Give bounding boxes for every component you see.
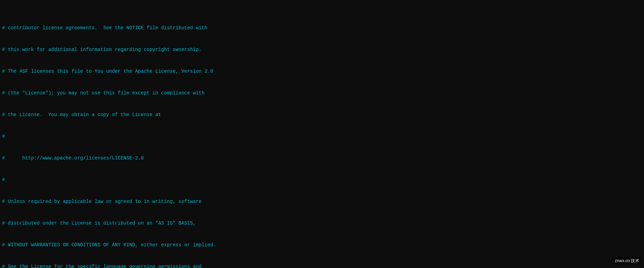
line-12: # See the License for the specific langu… — [2, 263, 642, 268]
comment-line-1: # contributor license agreements. See th… — [2, 25, 208, 31]
line-3: # The ASF licenses this file to You unde… — [2, 68, 642, 75]
line-11: # WITHOUT WARRANTIES OR CONDITIONS OF AN… — [2, 241, 642, 249]
line-4: # (the "License"); you may not use this … — [2, 90, 642, 97]
line-5: # the License. You may obtain a copy of … — [2, 111, 642, 118]
watermark-text: znwx.cn — [615, 258, 630, 263]
comment-line-5: # the License. You may obtain a copy of … — [2, 112, 161, 117]
terminal-window: # contributor license agreements. See th… — [0, 0, 644, 268]
comment-line-10: # distributed under the License is distr… — [2, 220, 196, 226]
comment-line-4: # (the "License"); you may not use this … — [2, 90, 204, 96]
line-9: # Unless required by applicable law or a… — [2, 198, 642, 205]
comment-line-8: # — [2, 177, 5, 183]
comment-line-12: # See the License for the specific langu… — [2, 264, 202, 268]
comment-line-9: # Unless required by applicable law or a… — [2, 199, 202, 204]
line-2: # this work for additional information r… — [2, 46, 642, 53]
watermark-subtext: 技术 — [631, 258, 639, 263]
line-10: # distributed under the License is distr… — [2, 220, 642, 227]
comment-line-2: # this work for additional information r… — [2, 47, 202, 52]
comment-line-7: # http://www.apache.org/licenses/LICENSE… — [2, 155, 144, 161]
code-content: # contributor license agreements. See th… — [2, 3, 642, 268]
line-6: # — [2, 133, 642, 140]
comment-line-6: # — [2, 134, 5, 139]
line-7: # http://www.apache.org/licenses/LICENSE… — [2, 155, 642, 162]
watermark: znwx.cn 技术 — [613, 257, 641, 265]
comment-line-11: # WITHOUT WARRANTIES OR CONDITIONS OF AN… — [2, 242, 216, 248]
comment-line-3: # The ASF licenses this file to You unde… — [2, 69, 213, 74]
line-1: # contributor license agreements. See th… — [2, 24, 642, 32]
line-8: # — [2, 176, 642, 184]
